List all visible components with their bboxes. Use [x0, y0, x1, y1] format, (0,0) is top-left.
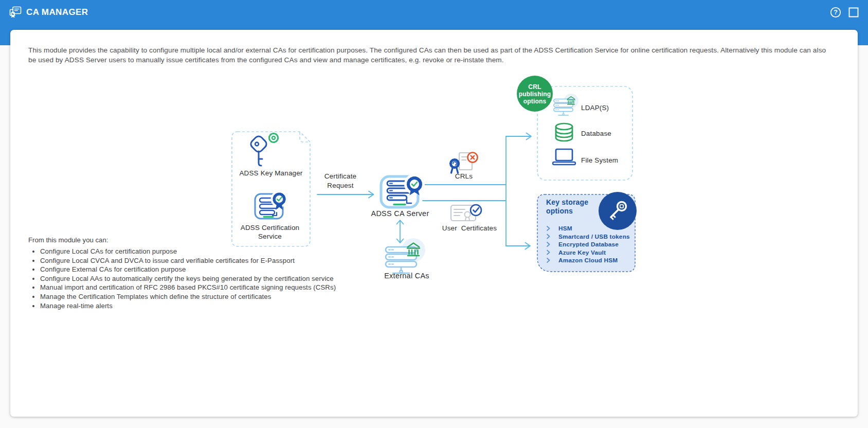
content-card: [10, 30, 858, 417]
feature-item: Configure Local AAs to automatically cer…: [40, 274, 388, 283]
feature-item: Configure Local CVCA and DVCA to issue c…: [40, 256, 388, 265]
feature-item: Manual import and certification of RFC 2…: [40, 283, 388, 292]
help-icon[interactable]: ?: [829, 6, 842, 19]
feature-item: Manage the Certification Templates which…: [40, 292, 388, 301]
module-description: This module provides the capability to c…: [28, 45, 828, 65]
page-title: CA MANAGER: [26, 7, 88, 17]
maximize-icon[interactable]: [847, 6, 860, 19]
feature-item: Configure Local CAs for certification pu…: [40, 247, 388, 256]
help-glyph: ?: [834, 9, 838, 16]
features-heading: From this module you can:: [28, 236, 388, 244]
feature-item: Manage real-time alerts: [40, 301, 388, 311]
features-section: From this module you can: Configure Loca…: [28, 236, 388, 310]
ca-manager-icon: [9, 6, 22, 19]
feature-item: Configure External CAs for certification…: [40, 265, 388, 274]
features-list: Configure Local CAs for certification pu…: [28, 247, 388, 310]
